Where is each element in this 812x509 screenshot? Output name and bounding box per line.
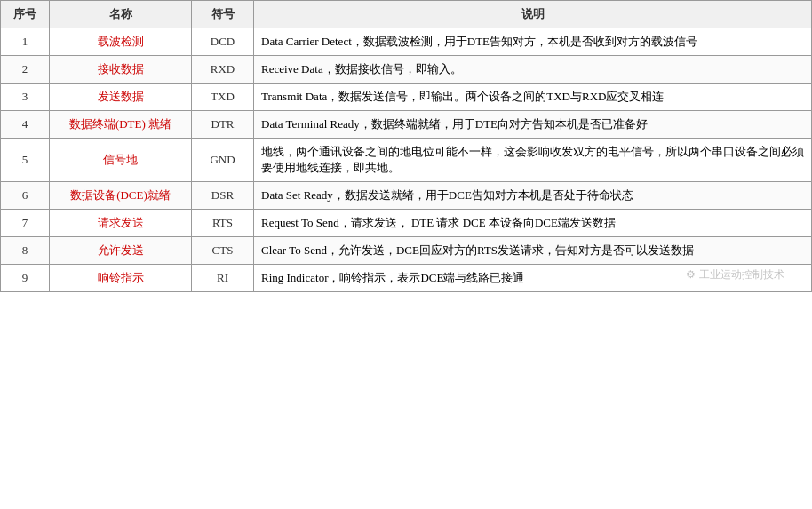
cell-symbol: DSR (192, 182, 254, 210)
table-row: 7请求发送RTSRequest To Send，请求发送， DTE 请求 DCE… (1, 210, 812, 237)
cell-symbol: RI (192, 265, 254, 292)
cell-symbol: RXD (192, 56, 254, 84)
cell-symbol: DCD (192, 28, 254, 56)
table-row: 2接收数据RXDReceive Data，数据接收信号，即输入。 (1, 56, 812, 84)
table-row: 9响铃指示RIRing Indicator，响铃指示，表示DCE端与线路已接通⚙… (1, 265, 812, 292)
cell-num: 1 (1, 28, 50, 56)
cell-symbol: CTS (192, 237, 254, 265)
cell-num: 6 (1, 182, 50, 210)
main-table: 序号 名称 符号 说明 1载波检测DCDData Carrier Detect，… (0, 0, 812, 292)
cell-name: 数据设备(DCE)就绪 (50, 182, 192, 210)
cell-desc: Transmit Data，数据发送信号，即输出。两个设备之间的TXD与RXD应… (254, 84, 812, 111)
cell-num: 5 (1, 139, 50, 182)
watermark: ⚙ 工业运动控制技术 (686, 267, 784, 282)
cell-name: 允许发送 (50, 237, 192, 265)
table-container: 序号 名称 符号 说明 1载波检测DCDData Carrier Detect，… (0, 0, 812, 292)
cell-desc: Clear To Send，允许发送，DCE回应对方的RTS发送请求，告知对方是… (254, 237, 812, 265)
cell-num: 8 (1, 237, 50, 265)
cell-name: 载波检测 (50, 28, 192, 56)
col-header-num: 序号 (1, 1, 50, 28)
cell-num: 3 (1, 84, 50, 111)
table-row: 5信号地GND地线，两个通讯设备之间的地电位可能不一样，这会影响收发双方的电平信… (1, 139, 812, 182)
col-header-desc: 说明 (254, 1, 812, 28)
cell-symbol: TXD (192, 84, 254, 111)
cell-symbol: DTR (192, 111, 254, 139)
cell-desc: 地线，两个通讯设备之间的地电位可能不一样，这会影响收发双方的电平信号，所以两个串… (254, 139, 812, 182)
cell-num: 2 (1, 56, 50, 84)
header-row: 序号 名称 符号 说明 (1, 1, 812, 28)
cell-name: 请求发送 (50, 210, 192, 237)
cell-desc: Data Set Ready，数据发送就绪，用于DCE告知对方本机是否处于待命状… (254, 182, 812, 210)
cell-num: 9 (1, 265, 50, 292)
cell-symbol: RTS (192, 210, 254, 237)
cell-name: 数据终端(DTE) 就绪 (50, 111, 192, 139)
cell-name: 信号地 (50, 139, 192, 182)
table-row: 6数据设备(DCE)就绪DSRData Set Ready，数据发送就绪，用于D… (1, 182, 812, 210)
cell-name: 响铃指示 (50, 265, 192, 292)
table-row: 8允许发送CTSClear To Send，允许发送，DCE回应对方的RTS发送… (1, 237, 812, 265)
cell-desc: Receive Data，数据接收信号，即输入。 (254, 56, 812, 84)
cell-desc: Request To Send，请求发送， DTE 请求 DCE 本设备向DCE… (254, 210, 812, 237)
cell-name: 接收数据 (50, 56, 192, 84)
cell-num: 7 (1, 210, 50, 237)
table-row: 1载波检测DCDData Carrier Detect，数据载波检测，用于DTE… (1, 28, 812, 56)
cell-symbol: GND (192, 139, 254, 182)
watermark-label: 工业运动控制技术 (699, 267, 784, 282)
cell-desc: Ring Indicator，响铃指示，表示DCE端与线路已接通⚙ 工业运动控制… (254, 265, 812, 292)
col-header-name: 名称 (50, 1, 192, 28)
cell-desc: Data Carrier Detect，数据载波检测，用于DTE告知对方，本机是… (254, 28, 812, 56)
table-row: 3发送数据TXDTransmit Data，数据发送信号，即输出。两个设备之间的… (1, 84, 812, 111)
table-row: 4数据终端(DTE) 就绪DTRData Terminal Ready，数据终端… (1, 111, 812, 139)
cell-desc: Data Terminal Ready，数据终端就绪，用于DTE向对方告知本机是… (254, 111, 812, 139)
cell-num: 4 (1, 111, 50, 139)
cell-name: 发送数据 (50, 84, 192, 111)
col-header-symbol: 符号 (192, 1, 254, 28)
